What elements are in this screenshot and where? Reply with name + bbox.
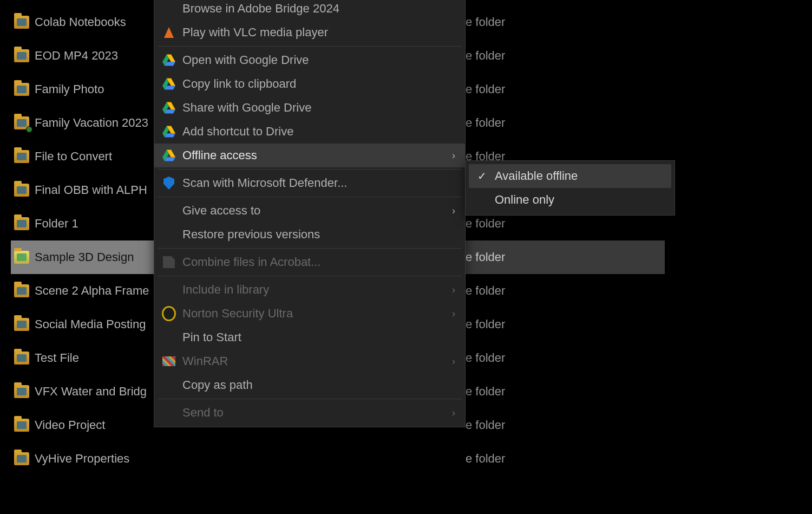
menu-item-play-with-vlc-media-player[interactable]: Play with VLC media player xyxy=(154,21,465,44)
chevron-right-icon: › xyxy=(452,284,455,296)
menu-item-label: Norton Security Ultra xyxy=(182,307,293,321)
type-cell-7: e folder xyxy=(459,240,665,274)
submenu-item-available-offline[interactable]: ✓Available offline xyxy=(469,164,671,188)
submenu-item-label: Online only xyxy=(495,193,554,207)
gdrive-icon xyxy=(162,148,176,162)
menu-item-label: WinRAR xyxy=(182,354,228,368)
menu-separator xyxy=(158,197,462,197)
menu-item-offline-access[interactable]: Offline access› xyxy=(154,144,465,167)
menu-separator xyxy=(158,46,462,47)
menu-item-label: Offline access xyxy=(182,148,257,162)
folder-label: Scene 2 Alpha Frame xyxy=(35,284,149,298)
folder-icon xyxy=(14,385,29,398)
menu-item-copy-link-to-clipboard[interactable]: Copy link to clipboard xyxy=(154,72,465,96)
folder-item-2[interactable]: Family Photo xyxy=(11,73,157,106)
chevron-right-icon: › xyxy=(452,356,455,367)
menu-item-norton-security-ultra: Norton Security Ultra› xyxy=(154,302,465,326)
folder-label: Final OBB with ALPH xyxy=(35,183,147,197)
folder-list: Colab NotebooksEOD MP4 2023Family PhotoF… xyxy=(11,5,157,476)
menu-item-browse-in-adobe-bridge-2024[interactable]: Browse in Adobe Bridge 2024 xyxy=(154,0,465,21)
folder-item-10[interactable]: Test File xyxy=(11,341,157,375)
menu-item-open-with-google-drive[interactable]: Open with Google Drive xyxy=(154,48,465,72)
folder-icon xyxy=(14,116,29,129)
gdrive-icon xyxy=(162,77,176,91)
sync-badge-icon xyxy=(26,126,32,133)
folder-item-12[interactable]: Video Project xyxy=(11,408,157,442)
menu-item-label: Combine files in Acrobat... xyxy=(182,255,321,269)
submenu-item-label: Available offline xyxy=(495,169,578,183)
acrobat-icon xyxy=(162,255,176,269)
chevron-right-icon: › xyxy=(452,308,455,320)
folder-icon xyxy=(14,419,29,432)
gdrive-icon xyxy=(162,53,176,67)
menu-item-scan-with-microsoft-defender[interactable]: Scan with Microsoft Defender... xyxy=(154,171,465,195)
gdrive-icon xyxy=(162,125,176,139)
type-cell-1: e folder xyxy=(459,39,665,73)
folder-icon xyxy=(14,217,29,230)
folder-item-0[interactable]: Colab Notebooks xyxy=(11,5,157,39)
blank-icon xyxy=(162,227,176,242)
type-cell-11: e folder xyxy=(459,375,665,408)
menu-item-label: Copy link to clipboard xyxy=(182,77,296,91)
menu-item-label: Play with VLC media player xyxy=(182,25,328,40)
menu-item-add-shortcut-to-drive[interactable]: Add shortcut to Drive xyxy=(154,120,465,144)
menu-item-label: Scan with Microsoft Defender... xyxy=(182,176,347,190)
folder-item-3[interactable]: Family Vacation 2023 xyxy=(11,106,157,140)
folder-label: Colab Notebooks xyxy=(35,15,126,29)
type-cell-9: e folder xyxy=(459,308,665,341)
folder-item-9[interactable]: Social Media Posting xyxy=(11,308,157,341)
submenu-item-online-only[interactable]: Online only xyxy=(469,188,671,212)
folder-icon xyxy=(14,284,29,297)
folder-item-4[interactable]: File to Convert xyxy=(11,140,157,173)
menu-separator xyxy=(158,248,462,249)
folder-label: EOD MP4 2023 xyxy=(35,49,118,63)
gdrive-icon xyxy=(162,101,176,115)
menu-item-share-with-google-drive[interactable]: Share with Google Drive xyxy=(154,96,465,120)
menu-separator xyxy=(158,169,462,170)
folder-label: Family Photo xyxy=(35,82,104,96)
menu-item-label: Send to xyxy=(182,406,224,420)
menu-item-restore-previous-versions[interactable]: Restore previous versions xyxy=(154,223,465,246)
chevron-right-icon: › xyxy=(452,150,455,161)
context-menu: Add to VLC media player's PlaylistBrowse… xyxy=(154,0,466,427)
folder-label: Folder 1 xyxy=(35,217,78,231)
menu-item-send-to: Send to› xyxy=(154,401,465,425)
type-cell-13: e folder xyxy=(459,442,665,476)
folder-label: File to Convert xyxy=(35,149,112,164)
blank-icon xyxy=(162,378,176,392)
menu-item-label: Add shortcut to Drive xyxy=(182,125,293,139)
folder-item-1[interactable]: EOD MP4 2023 xyxy=(11,39,157,73)
folder-item-13[interactable]: VyHive Properties xyxy=(11,442,157,476)
folder-label: Social Media Posting xyxy=(35,317,146,331)
chevron-right-icon: › xyxy=(452,205,455,217)
menu-item-label: Restore previous versions xyxy=(182,227,320,242)
folder-icon xyxy=(14,318,29,331)
folder-label: Test File xyxy=(35,351,79,365)
menu-item-winrar: WinRAR› xyxy=(154,349,465,373)
folder-item-8[interactable]: Scene 2 Alpha Frame xyxy=(11,274,157,308)
folder-item-6[interactable]: Folder 1 xyxy=(11,207,157,240)
folder-item-5[interactable]: Final OBB with ALPH xyxy=(11,173,157,207)
menu-separator xyxy=(158,399,462,399)
menu-item-copy-as-path[interactable]: Copy as path xyxy=(154,373,465,397)
folder-icon xyxy=(14,83,29,96)
check-icon: ✓ xyxy=(476,170,487,183)
norton-icon xyxy=(162,307,176,321)
menu-item-include-in-library: Include in library› xyxy=(154,278,465,302)
type-cell-8: e folder xyxy=(459,274,665,308)
folder-icon xyxy=(14,16,29,29)
folder-label: VFX Water and Bridg xyxy=(35,385,147,399)
menu-item-give-access-to[interactable]: Give access to› xyxy=(154,199,465,223)
folder-icon xyxy=(14,184,29,197)
folder-item-11[interactable]: VFX Water and Bridg xyxy=(11,375,157,408)
menu-item-label: Pin to Start xyxy=(182,330,241,344)
blank-icon xyxy=(162,204,176,218)
blank-icon xyxy=(162,406,176,420)
offline-access-submenu: ✓Available offlineOnline only xyxy=(465,160,675,216)
folder-icon xyxy=(14,452,29,465)
menu-item-pin-to-start[interactable]: Pin to Start xyxy=(154,326,465,349)
menu-item-label: Share with Google Drive xyxy=(182,101,311,115)
menu-item-label: Copy as path xyxy=(182,378,253,392)
folder-item-7[interactable]: Sample 3D Design xyxy=(11,240,157,274)
menu-item-label: Give access to xyxy=(182,204,260,218)
